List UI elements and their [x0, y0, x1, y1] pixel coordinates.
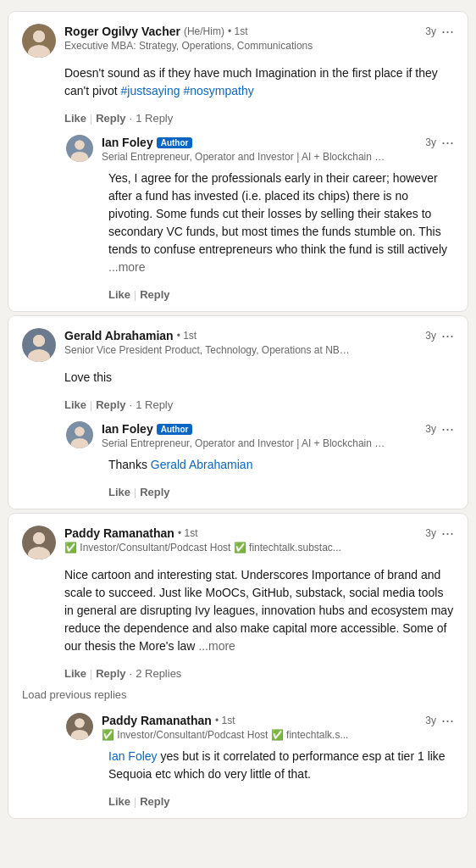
name-row: Ian Foley Author 3y ···	[102, 135, 454, 150]
avatar	[22, 526, 56, 559]
comment-thread: Roger Ogilvy Vacher (He/Him) • 1st 3y ··…	[8, 12, 468, 311]
more-options-button[interactable]: ···	[441, 135, 454, 150]
reply-header: Ian Foley Author 3y ··· Serial Entrepren…	[66, 135, 454, 163]
more-options-button[interactable]: ···	[441, 713, 454, 728]
reply-header: Ian Foley Author 3y ··· Serial Entrepren…	[66, 421, 454, 449]
more-link[interactable]: ...more	[108, 260, 146, 274]
name-row: Ian Foley Author 3y ···	[102, 421, 454, 437]
svg-point-25	[33, 335, 45, 347]
divider-dot: ·	[130, 667, 133, 680]
more-link[interactable]: ...more	[198, 639, 235, 653]
reply-body: Yes, I agree for the professionals early…	[108, 170, 454, 276]
action-separator: |	[134, 796, 136, 808]
reply-body: Ian Foley yes but is it correlated to pe…	[108, 748, 454, 783]
more-options-button[interactable]: ···	[441, 526, 454, 541]
degree: • 1st	[228, 25, 248, 37]
like-button[interactable]: Like	[64, 397, 86, 413]
comment-header: Paddy Ramanathan • 1st 3y ··· ✅ Investor…	[22, 526, 454, 559]
reply-count[interactable]: 1 Reply	[136, 112, 173, 125]
more-options-button[interactable]: ···	[441, 421, 454, 437]
nested-reply: Ian Foley Author 3y ··· Serial Entrepren…	[56, 421, 454, 500]
reply-time: 3y	[425, 136, 436, 148]
comment-actions: Like | Reply ·1 Reply	[64, 393, 454, 413]
reply-button[interactable]: Reply	[96, 110, 125, 126]
reply-time: 3y	[425, 715, 436, 726]
avatar	[66, 421, 93, 448]
name-row: Gerald Abrahamian • 1st 3y ···	[64, 328, 454, 343]
reply-actions: Like | Reply	[108, 283, 454, 303]
hashtag[interactable]: #nosympathy	[183, 84, 253, 97]
mention[interactable]: Ian Foley	[108, 749, 158, 763]
reply-button[interactable]: Reply	[140, 287, 169, 303]
comment-actions: Like | Reply ·1 Reply	[64, 107, 454, 126]
like-button[interactable]: Like	[64, 110, 86, 126]
action-separator: |	[134, 289, 136, 301]
degree: • 1st	[215, 715, 235, 726]
reply-button[interactable]: Reply	[96, 665, 125, 682]
action-separator: |	[134, 487, 136, 498]
more-options-button[interactable]: ···	[441, 24, 454, 39]
like-button[interactable]: Like	[108, 484, 130, 500]
reply-header: Paddy Ramanathan • 1st 3y ··· ✅ Investor…	[66, 713, 454, 741]
meta-right: 3y ···	[425, 24, 454, 39]
avatar	[22, 24, 56, 58]
reply-time: 3y	[425, 423, 436, 435]
reply-button[interactable]: Reply	[140, 484, 169, 500]
meta-right: 3y ···	[425, 526, 454, 541]
comment-header: Gerald Abrahamian • 1st 3y ··· Senior Vi…	[22, 328, 454, 362]
meta-right: 3y ···	[425, 135, 454, 150]
comment-body: Love this	[64, 369, 454, 387]
author-name[interactable]: Gerald Abrahamian	[64, 329, 174, 342]
reply-meta: Paddy Ramanathan • 1st 3y ··· ✅ Investor…	[102, 713, 454, 741]
author-name[interactable]: Paddy Ramanathan	[64, 526, 174, 540]
comment-time: 3y	[425, 527, 436, 539]
reply-actions: Like | Reply	[108, 790, 454, 810]
author-name[interactable]: Roger Ogilvy Vacher	[64, 25, 180, 38]
reply-count[interactable]: 1 Reply	[136, 398, 173, 411]
mention[interactable]: Gerald Abrahamian	[151, 458, 253, 471]
comment-meta: Gerald Abrahamian • 1st 3y ··· Senior Vi…	[64, 328, 454, 356]
action-separator: |	[90, 399, 92, 411]
reply-meta: Ian Foley Author 3y ··· Serial Entrepren…	[102, 135, 454, 163]
action-separator: |	[90, 668, 92, 680]
author-badge: Author	[157, 424, 193, 435]
svg-point-17	[33, 31, 45, 42]
hashtag[interactable]: #justsaying	[121, 84, 180, 97]
reply-meta: Ian Foley Author 3y ··· Serial Entrepren…	[102, 421, 454, 449]
nested-reply: Paddy Ramanathan • 1st 3y ··· ✅ Investor…	[56, 713, 454, 810]
comment-headline: Senior Vice President Product, Technolog…	[64, 344, 352, 356]
reply-body: Thanks Gerald Abrahamian	[108, 456, 454, 474]
meta-right: 3y ···	[425, 421, 454, 437]
reply-author-name[interactable]: Ian Foley	[102, 136, 153, 149]
degree: • 1st	[177, 330, 197, 342]
reply-button[interactable]: Reply	[96, 397, 125, 413]
reply-author-name[interactable]: Paddy Ramanathan	[102, 714, 212, 727]
comment-header: Roger Ogilvy Vacher (He/Him) • 1st 3y ··…	[22, 24, 454, 58]
reply-headline: ✅ Investor/Consultant/Podcast Host ✅ fin…	[102, 729, 390, 741]
nested-reply: Ian Foley Author 3y ··· Serial Entrepren…	[56, 135, 454, 303]
reply-actions: Like | Reply	[108, 481, 454, 500]
meta-right: 3y ···	[425, 328, 454, 343]
svg-point-37	[75, 718, 84, 727]
name-row: Paddy Ramanathan • 1st 3y ···	[102, 713, 454, 728]
svg-point-33	[33, 532, 45, 544]
more-options-button[interactable]: ···	[441, 328, 454, 343]
reply-count[interactable]: 2 Replies	[136, 667, 181, 680]
like-button[interactable]: Like	[64, 665, 86, 682]
reply-author-name[interactable]: Ian Foley	[102, 422, 153, 436]
like-button[interactable]: Like	[108, 793, 130, 810]
comment-time: 3y	[425, 25, 436, 37]
load-previous-replies[interactable]: Load previous replies	[22, 682, 454, 704]
divider-dot: ·	[130, 112, 133, 125]
comment-body: Nice cartoon and interesting stat. Under…	[64, 566, 454, 655]
degree: • 1st	[178, 527, 198, 539]
reply-button[interactable]: Reply	[140, 793, 169, 810]
reply-headline: Serial Entrepreneur, Operator and Invest…	[102, 151, 390, 163]
divider-dot: ·	[130, 398, 133, 411]
pronouns: (He/Him)	[184, 25, 224, 37]
comment-meta: Paddy Ramanathan • 1st 3y ··· ✅ Investor…	[64, 526, 454, 554]
avatar	[66, 713, 93, 740]
like-button[interactable]: Like	[108, 287, 130, 303]
comment-body: Doesn't sound as if they have much Imagi…	[64, 64, 454, 100]
svg-point-29	[75, 426, 84, 436]
